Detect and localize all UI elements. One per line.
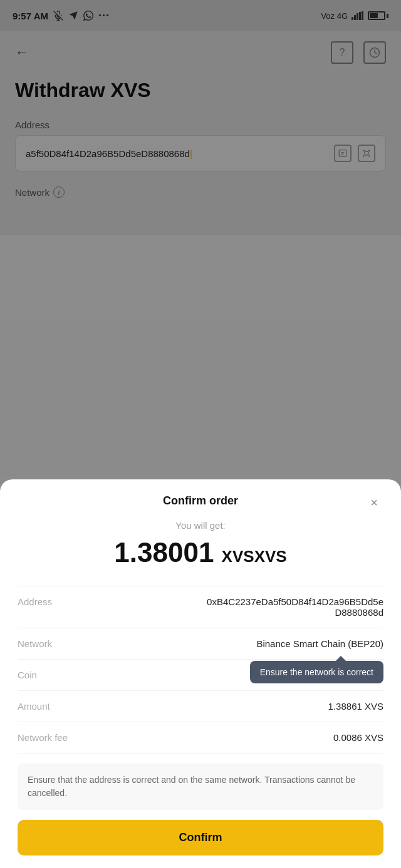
amount-row: Amount 1.38861 XVS: [18, 691, 383, 722]
fee-row: Network fee 0.0086 XVS: [18, 722, 383, 753]
fee-key: Network fee: [18, 732, 86, 743]
amount-key: Amount: [18, 701, 86, 712]
fee-detail-value: 0.0086 XVS: [86, 732, 383, 743]
detail-rows: Address 0xB4C2237eDa5f50D84f14D2a96B5Dd5…: [18, 586, 383, 753]
address-key: Address: [18, 596, 86, 607]
modal-title: Confirm order: [163, 494, 238, 508]
amount-value: 1.38001: [114, 537, 214, 568]
you-will-get-label: You will get:: [18, 520, 383, 531]
confirm-modal: Confirm order × You will get: 1.38001 XV…: [0, 479, 401, 868]
address-row: Address 0xB4C2237eDa5f50D84f14D2a96B5Dd5…: [18, 586, 383, 628]
currency-label: XVS: [222, 547, 254, 566]
confirm-button[interactable]: Confirm: [18, 820, 383, 855]
network-key: Network: [18, 638, 86, 649]
amount-display: 1.38001 XVSXVS: [18, 537, 383, 568]
network-row: Network Binance Smart Chain (BEP20) Ensu…: [18, 628, 383, 660]
amount-detail-value: 1.38861 XVS: [86, 701, 383, 712]
network-detail-value: Binance Smart Chain (BEP20): [86, 638, 383, 649]
address-detail-value: 0xB4C2237eDa5f50D84f14D2a96B5Dd5eD888086…: [86, 596, 383, 618]
modal-header: Confirm order ×: [18, 494, 383, 508]
coin-key: Coin: [18, 670, 86, 680]
close-button[interactable]: ×: [365, 493, 383, 512]
network-tooltip: Ensure the network is correct: [250, 661, 383, 683]
warning-text: Ensure that the address is correct and o…: [28, 775, 355, 798]
modal-overlay: Confirm order × You will get: 1.38001 XV…: [0, 0, 401, 868]
warning-box: Ensure that the address is correct and o…: [18, 763, 383, 810]
